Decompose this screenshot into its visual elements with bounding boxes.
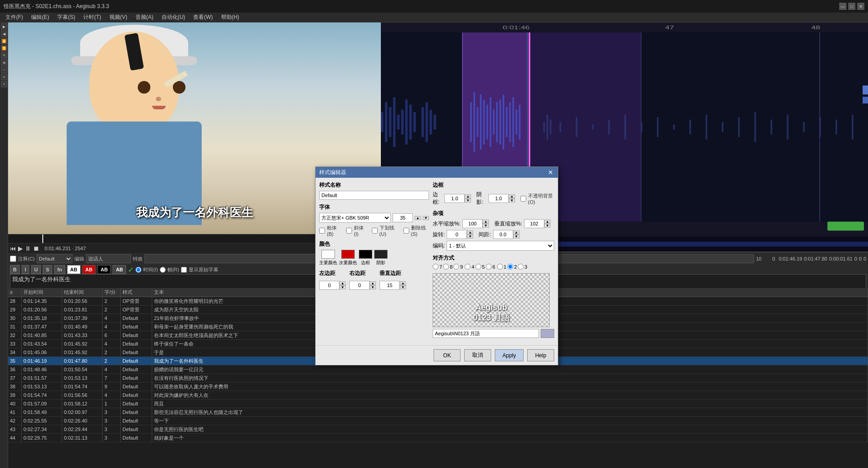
align-2-radio[interactable] [507,264,513,270]
spacing-up[interactable]: ▲ [513,230,520,234]
right-margin-input[interactable] [349,281,370,290]
left-margin-input[interactable] [319,281,339,290]
font-size-up[interactable]: ▲ [415,216,421,220]
help-button[interactable]: Help [527,349,554,361]
menu-edit[interactable]: 编辑(E) [27,13,53,22]
primary-color-swatch[interactable] [321,250,335,259]
comment-checkbox[interactable] [10,256,16,262]
menu-subtitle[interactable]: 字幕(S) [54,13,79,22]
apply-button[interactable]: Apply [495,349,524,361]
dialog-close-button[interactable]: ✕ [547,169,554,176]
spacing-input[interactable] [493,230,513,239]
lt-btn-7[interactable]: ↔ [1,67,7,73]
fn-button[interactable]: fn [54,265,65,274]
table-row[interactable]: 44 0:02:29.75 0:02:31.13 3 Default 就好象是一… [8,434,868,442]
cancel-button[interactable]: 取消 [464,349,491,361]
menu-automation[interactable]: 自动化(U) [158,13,189,22]
table-row[interactable]: 40 0:01:57.09 0:01:58.12 1 Default 而且 [8,400,868,408]
align-8-radio[interactable] [443,264,449,270]
v-scale-down[interactable]: ▼ [544,224,551,228]
rotation-down[interactable]: ▼ [467,234,473,238]
vc-stop[interactable]: ⏹ [33,245,39,252]
align-7-radio[interactable] [433,264,439,270]
left-margin-up[interactable]: ▲ [339,281,346,285]
border-up[interactable]: ▲ [465,194,471,198]
shadow-color-swatch[interactable] [374,250,388,259]
preview-color-button[interactable] [541,329,554,338]
rotation-input[interactable] [447,230,467,239]
align-4-radio[interactable] [465,264,470,270]
ab3-button[interactable]: AB [97,265,111,274]
menu-timing[interactable]: 计时(T) [80,13,104,22]
lt-btn-4[interactable]: ⏬ [1,45,7,51]
h-scale-input[interactable] [462,219,483,228]
lt-btn-8[interactable]: ✂ [1,74,7,80]
lt-btn-3[interactable]: ⏫ [1,38,7,44]
vc-prev-frame[interactable]: ⏮ [10,245,16,252]
ab1-button[interactable]: AB [67,265,81,274]
h-scale-down[interactable]: ▼ [483,224,489,228]
table-row[interactable]: 39 0:01:54.74 0:01:56.56 4 Default 对此深为嫌… [8,391,868,400]
rotation-up[interactable]: ▲ [467,230,473,234]
shadow-down[interactable]: ▼ [509,198,515,202]
preview-input[interactable] [433,329,539,338]
spacing-down[interactable]: ▼ [513,234,520,238]
ok-button[interactable]: OK [434,349,461,361]
opaque-bg-checkbox[interactable] [520,196,526,202]
align-6-radio[interactable] [486,264,492,270]
ab2-button[interactable]: AB [82,265,96,274]
underline-checkbox[interactable] [372,228,378,234]
frame-radio[interactable] [160,267,166,273]
menu-audio[interactable]: 音频(A) [132,13,157,22]
show-original-checkbox[interactable] [181,267,187,273]
lt-btn-2[interactable]: ◀ [1,31,7,37]
left-margin-down[interactable]: ▼ [339,285,346,289]
shadow-up[interactable]: ▲ [509,194,515,198]
bold-button[interactable]: B [10,265,20,274]
menu-video[interactable]: 视频(V) [106,13,131,22]
maximize-button[interactable]: □ [848,3,855,10]
right-margin-up[interactable]: ▲ [370,281,376,285]
secondary-color-swatch[interactable] [341,250,355,259]
table-row[interactable]: 36 0:01:48.46 0:01:50.54 4 Default 损赠的话我… [8,365,868,374]
table-row[interactable]: 43 0:02:27.34 0:02:29.44 3 Default 你是无照行… [8,425,868,434]
ab4-button[interactable]: AB [113,265,126,274]
menu-file[interactable]: 文件(F) [2,13,27,22]
close-button[interactable]: ✕ [857,3,864,10]
border-color-swatch[interactable] [359,250,372,259]
vert-margin-up[interactable]: ▲ [400,281,406,285]
lt-btn-9[interactable]: ? [1,81,7,87]
vc-pause[interactable]: ⏸ [25,245,31,252]
table-row[interactable]: 42 0:02:25.55 0:02:26.40 3 Default 等一下 [8,417,868,425]
font-size-input[interactable] [393,213,413,222]
style-select[interactable]: Default [36,254,72,263]
vert-margin-down[interactable]: ▼ [400,285,406,289]
strikeout-checkbox[interactable] [403,228,409,234]
font-size-down[interactable]: ▼ [423,216,429,220]
actor-input[interactable] [86,254,131,263]
border-input[interactable] [444,194,465,203]
v-scale-input[interactable] [524,219,544,228]
border-down[interactable]: ▼ [465,198,471,202]
strikeout-button[interactable]: S [43,265,52,274]
lt-btn-6[interactable]: ⊕ [1,59,7,66]
menu-view[interactable]: 查看(W) [190,13,216,22]
italic-checkbox[interactable] [346,228,352,234]
h-scale-up[interactable]: ▲ [483,220,489,224]
shadow-input[interactable] [488,194,509,203]
encoding-select[interactable]: 1 - 默认 [447,241,554,251]
align-5-radio[interactable] [475,264,481,270]
approve-button[interactable]: ✓ [128,266,134,274]
underline-button[interactable]: U [31,265,41,274]
menu-help[interactable]: 帮助(H) [217,13,243,22]
align-1-radio[interactable] [497,264,503,270]
style-name-input[interactable] [319,191,429,200]
right-margin-down[interactable]: ▼ [370,285,376,289]
align-3-radio[interactable] [518,264,524,270]
vc-play[interactable]: ▶ [18,245,23,252]
bold-checkbox[interactable] [319,228,325,234]
time-radio[interactable] [136,267,141,273]
minimize-button[interactable]: — [839,3,846,10]
table-row[interactable]: 38 0:01:53.13 0:01:54.74 9 Default 可以随意收… [8,382,868,391]
font-select[interactable]: 方正悠宋+ GBK 509R [319,213,391,223]
